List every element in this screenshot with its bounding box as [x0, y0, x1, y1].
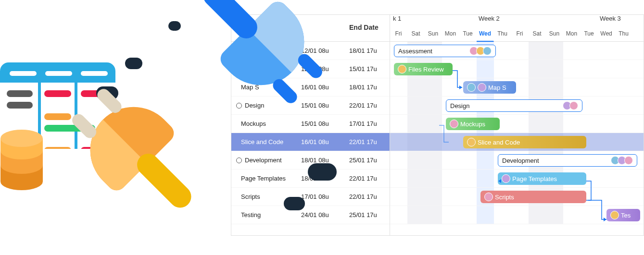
gantt-bar[interactable]: Mockups — [446, 118, 500, 130]
svg-rect-12 — [44, 90, 71, 97]
task-name: Files Review — [241, 65, 277, 73]
svg-point-23 — [0, 142, 43, 159]
avatar — [478, 83, 486, 92]
week-3-label: Week 3 — [600, 15, 621, 22]
bar-label: Assessment — [398, 48, 432, 55]
day-label: Thu — [494, 27, 511, 42]
day-label: Tue — [581, 27, 598, 42]
svg-rect-22 — [0, 151, 43, 165]
gantt-chart[interactable]: Name Start Date End Date Assessment12/01… — [231, 14, 644, 236]
task-start: 12/01 08u — [298, 47, 346, 54]
svg-rect-6 — [81, 71, 108, 76]
day-label: Thu — [615, 27, 632, 42]
expand-icon[interactable] — [236, 158, 242, 163]
task-row[interactable]: Slice and Code16/01 08u22/01 17u — [231, 133, 390, 151]
task-row[interactable]: Development18/01 08u25/01 17u — [231, 151, 390, 170]
day-label: Fri — [511, 27, 529, 42]
avatar — [484, 193, 493, 201]
task-start: 15/01 08u — [298, 120, 346, 127]
svg-rect-13 — [81, 90, 108, 97]
bar-label: Slice and Code — [478, 139, 520, 146]
gantt-bar[interactable]: Map S — [463, 81, 516, 94]
gantt-bar[interactable]: Page Templates — [498, 172, 586, 185]
day-labels: FriSatSunMonTueWedThuFriSatSunMonTueWedT… — [390, 27, 644, 42]
task-name: Map S — [241, 84, 259, 91]
task-name: Testing — [241, 211, 261, 219]
task-end: 25/01 17u — [346, 157, 390, 164]
bar-label: Development — [502, 157, 539, 164]
avatar — [502, 174, 510, 183]
task-start: 17/01 08u — [298, 193, 346, 200]
day-label: Sat — [529, 27, 546, 42]
week-labels: k 1 Week 2 Week 3 — [390, 15, 644, 27]
stacked-disks-icon — [0, 130, 48, 192]
gantt-bar[interactable]: Files Review — [394, 63, 453, 75]
task-row[interactable]: Mockups15/01 08u17/01 17u — [231, 115, 390, 133]
column-header-end[interactable]: End Date — [346, 15, 390, 41]
svg-rect-15 — [7, 133, 33, 139]
task-row[interactable]: Design15/01 08u22/01 17u — [231, 97, 390, 115]
expand-icon[interactable] — [236, 103, 242, 109]
day-label: Mon — [442, 27, 459, 42]
avatar — [569, 101, 578, 110]
svg-rect-20 — [0, 165, 43, 182]
task-start: 16/01 08u — [298, 84, 346, 91]
day-label: Sun — [425, 27, 442, 42]
svg-rect-17 — [81, 147, 108, 149]
day-label: Sat — [407, 27, 425, 42]
week-2-label: Week 2 — [479, 15, 500, 22]
gantt-bar[interactable]: Design — [446, 99, 582, 112]
column-header-name[interactable]: Name — [231, 15, 298, 41]
svg-rect-11 — [7, 102, 33, 109]
task-name: Assessment — [245, 47, 279, 54]
svg-rect-18 — [44, 147, 71, 149]
svg-point-25 — [0, 130, 43, 147]
task-name: Development — [245, 157, 282, 164]
bar-label: Scripts — [495, 194, 514, 201]
bar-label: Files Review — [408, 66, 444, 73]
avatar — [624, 156, 633, 165]
bar-label: Page Templates — [512, 175, 557, 182]
task-start: 12/01 08u — [298, 65, 346, 73]
task-name: Page Templates — [241, 175, 286, 182]
task-row[interactable]: Page Templates18/01 08u22/01 17u — [231, 170, 390, 188]
task-start: 24/01 08u — [298, 211, 346, 219]
task-row[interactable]: Assessment12/01 08u18/01 17u — [231, 42, 390, 60]
gantt-bar[interactable]: Development — [498, 154, 637, 167]
gantt-bar[interactable]: Slice and Code — [463, 136, 586, 148]
task-name: Mockups — [241, 120, 266, 127]
task-end: 25/01 17u — [346, 211, 390, 219]
day-label: Tue — [459, 27, 477, 42]
expand-icon[interactable] — [236, 48, 242, 54]
task-start: 16/01 08u — [298, 138, 346, 146]
task-end: 22/01 17u — [346, 138, 390, 146]
day-label: Sun — [546, 27, 563, 42]
task-row[interactable]: Files Review12/01 08u15/01 17u — [231, 60, 390, 78]
task-end: 22/01 17u — [346, 102, 390, 109]
svg-rect-4 — [10, 71, 37, 76]
gantt-timeline[interactable]: k 1 Week 2 Week 3 FriSatSunMonTueWedThuF… — [390, 15, 644, 235]
svg-rect-14 — [44, 113, 71, 120]
bar-label: Mockups — [460, 121, 485, 128]
bar-label: Tes — [621, 212, 631, 219]
task-end: 22/01 17u — [346, 175, 390, 182]
task-name: Scripts — [241, 193, 260, 200]
svg-rect-24 — [0, 138, 43, 151]
day-label: Wed — [598, 27, 615, 42]
gantt-bar[interactable]: Assessment — [394, 45, 496, 57]
task-row[interactable]: Testing24/01 08u25/01 17u — [231, 206, 390, 224]
task-name: Slice and Code — [241, 138, 283, 146]
svg-rect-5 — [45, 71, 72, 76]
task-row[interactable]: Scripts17/01 08u22/01 17u — [231, 188, 390, 206]
avatar — [610, 211, 619, 219]
avatar — [450, 120, 458, 128]
avatar — [398, 65, 406, 73]
svg-point-19 — [0, 173, 43, 190]
svg-point-21 — [0, 157, 43, 174]
gantt-bar[interactable]: Tes — [606, 209, 640, 221]
kanban-board-icon — [0, 62, 115, 149]
task-start: 18/01 08u — [298, 157, 346, 164]
gantt-bar[interactable]: Scripts — [480, 191, 586, 203]
task-row[interactable]: Map S16/01 08u18/01 17u — [231, 78, 390, 97]
task-start: 18/01 08u — [298, 175, 346, 182]
